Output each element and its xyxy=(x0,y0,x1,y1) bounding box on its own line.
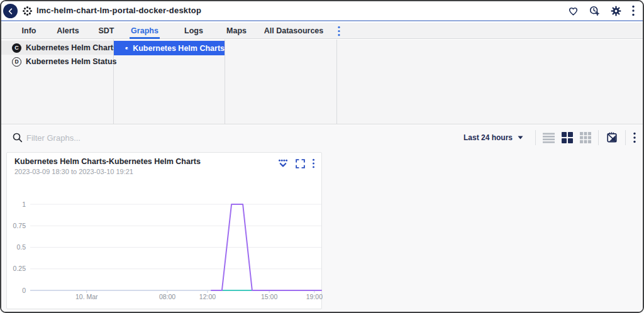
toolbar-divider xyxy=(598,130,599,145)
chart-plot[interactable]: 00.250.50.75110. Mar08:0012:0015:0019:00 xyxy=(7,188,323,307)
topbar: lmc-helm-chart-lm-portal-docker-desktop xyxy=(1,1,643,21)
svg-text:10. Mar: 10. Mar xyxy=(75,293,98,300)
tab-all-datasources[interactable]: All Datasources xyxy=(264,23,323,39)
back-chevron-icon xyxy=(6,7,15,16)
sdt-clock-add-icon[interactable] xyxy=(589,5,601,17)
svg-text:0: 0 xyxy=(22,287,26,294)
grid-3x3-view-icon[interactable] xyxy=(580,132,591,143)
datasource-d-badge-icon: D xyxy=(12,57,21,67)
graphs-kebab-icon[interactable] xyxy=(633,132,636,143)
panel-divider xyxy=(336,40,337,124)
toolbar-divider xyxy=(535,130,536,145)
chart-kebab-icon[interactable] xyxy=(312,158,315,168)
list-view-icon[interactable] xyxy=(543,133,555,143)
topbar-kebab-icon[interactable] xyxy=(631,5,635,16)
svg-text:15:00: 15:00 xyxy=(261,293,277,300)
time-range-dropdown[interactable]: Last 24 hours xyxy=(464,133,523,142)
datasource-c-badge-icon: C xyxy=(12,43,21,53)
search-icon xyxy=(12,132,23,146)
favorite-heart-icon[interactable] xyxy=(567,5,579,17)
dots-chevron-icon[interactable] xyxy=(277,159,289,168)
grid-2x2-view-icon[interactable] xyxy=(562,132,573,143)
back-button[interactable] xyxy=(3,4,18,18)
expand-icon[interactable] xyxy=(296,159,305,168)
no-chart-icon[interactable] xyxy=(606,131,618,144)
resource-title: lmc-helm-chart-lm-portal-docker-desktop xyxy=(36,6,201,15)
instance-label: Kubernetes Helm Charts xyxy=(133,44,225,53)
tab-info[interactable]: Info xyxy=(22,23,36,39)
graphs-section: Last 24 hours xyxy=(1,125,643,312)
panel-divider xyxy=(225,40,225,124)
datasource-label: Kubernetes Helm Charts xyxy=(26,43,118,52)
toolbar-divider xyxy=(625,130,626,145)
tab-alerts[interactable]: Alerts xyxy=(57,23,79,39)
tab-logs[interactable]: Logs xyxy=(184,23,203,39)
datasource-item-helm-status[interactable]: D Kubernetes Helm Status xyxy=(1,55,113,69)
chart-time-range: 2023-03-09 18:30 to 2023-03-10 19:21 xyxy=(14,168,133,175)
instance-item-helm-charts[interactable]: Kubernetes Helm Charts xyxy=(114,41,225,55)
svg-text:12:00: 12:00 xyxy=(199,293,216,300)
app-window: lmc-helm-chart-lm-portal-docker-desktop xyxy=(0,0,644,313)
resource-dots-icon xyxy=(22,6,33,19)
active-tab-underline xyxy=(130,37,160,39)
svg-text:0.75: 0.75 xyxy=(13,222,26,229)
tab-sdt[interactable]: SDT xyxy=(99,23,114,39)
caret-down-icon xyxy=(518,136,523,140)
settings-gear-icon[interactable] xyxy=(610,5,622,17)
filter-graphs-input[interactable] xyxy=(26,129,278,146)
datasource-item-helm-charts[interactable]: C Kubernetes Helm Charts xyxy=(1,41,113,55)
chart-title: Kubernetes Helm Charts-Kubernetes Helm C… xyxy=(14,157,201,166)
svg-text:1: 1 xyxy=(22,200,26,208)
svg-text:0.25: 0.25 xyxy=(13,265,26,272)
datasource-label: Kubernetes Helm Status xyxy=(26,57,116,66)
tabs-overflow-kebab-icon[interactable] xyxy=(337,26,341,36)
pie-chart-icon xyxy=(125,44,128,53)
graphs-toolbar: Last 24 hours xyxy=(1,125,643,150)
svg-text:0.5: 0.5 xyxy=(16,243,26,251)
chart-card: Kubernetes Helm Charts-Kubernetes Helm C… xyxy=(6,152,322,309)
svg-text:19:00: 19:00 xyxy=(306,293,323,300)
tab-bar: Info Alerts SDT Graphs Logs Maps All Dat… xyxy=(1,23,643,39)
svg-text:08:00: 08:00 xyxy=(159,293,175,300)
datasource-panels: C Kubernetes Helm Charts D Kubernetes He… xyxy=(1,40,643,124)
time-range-label: Last 24 hours xyxy=(464,133,513,142)
tab-maps[interactable]: Maps xyxy=(226,23,247,39)
